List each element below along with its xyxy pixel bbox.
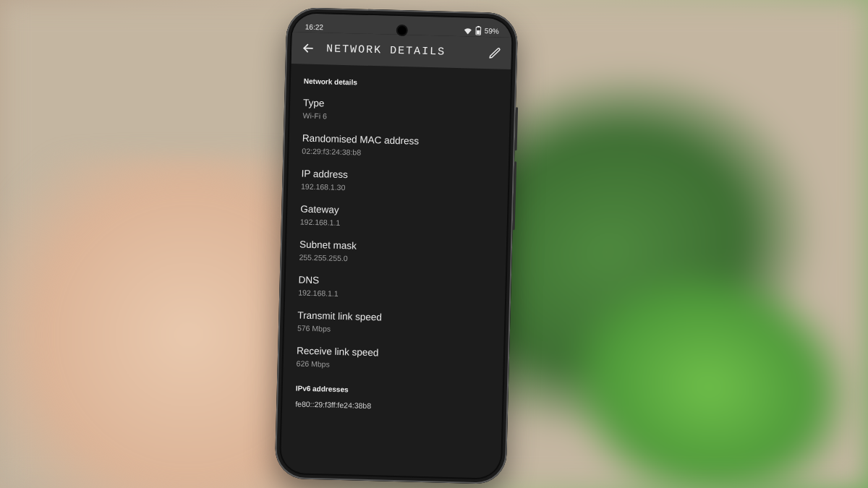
- phone: 16:22 59% NETWORK DETAILS Network d: [275, 7, 519, 484]
- content-scroll[interactable]: Network details Type Wi-Fi 6 Randomised …: [282, 64, 511, 418]
- row-type[interactable]: Type Wi-Fi 6: [302, 93, 497, 133]
- ipv6-address: fe80::29:f3ff:fe24:38b8: [295, 399, 489, 413]
- status-time: 16:22: [305, 23, 323, 32]
- battery-icon: [475, 26, 482, 35]
- row-receive-speed[interactable]: Receive link speed 626 Mbps: [296, 340, 490, 380]
- row-dns[interactable]: DNS 192.168.1.1: [298, 269, 493, 309]
- svg-rect-2: [477, 30, 480, 34]
- row-gateway[interactable]: Gateway 192.168.1.1: [299, 199, 494, 239]
- row-subnet[interactable]: Subnet mask 255.255.255.0: [299, 234, 493, 274]
- screen: 16:22 59% NETWORK DETAILS Network d: [281, 13, 513, 479]
- back-button[interactable]: [300, 40, 317, 56]
- status-battery-pct: 59%: [485, 27, 499, 35]
- section-heading-ipv6: IPv6 addresses: [296, 384, 490, 397]
- section-heading-network-details: Network details: [304, 77, 498, 90]
- row-transmit-speed[interactable]: Transmit link speed 576 Mbps: [297, 304, 492, 345]
- edit-button[interactable]: [487, 45, 503, 61]
- page-title: NETWORK DETAILS: [326, 43, 477, 59]
- row-ip[interactable]: IP address 192.168.1.30: [301, 163, 495, 204]
- wifi-icon: [464, 27, 472, 34]
- app-bar: NETWORK DETAILS: [292, 32, 512, 69]
- row-mac[interactable]: Randomised MAC address 02:29:f3:24:38:b8: [302, 128, 496, 168]
